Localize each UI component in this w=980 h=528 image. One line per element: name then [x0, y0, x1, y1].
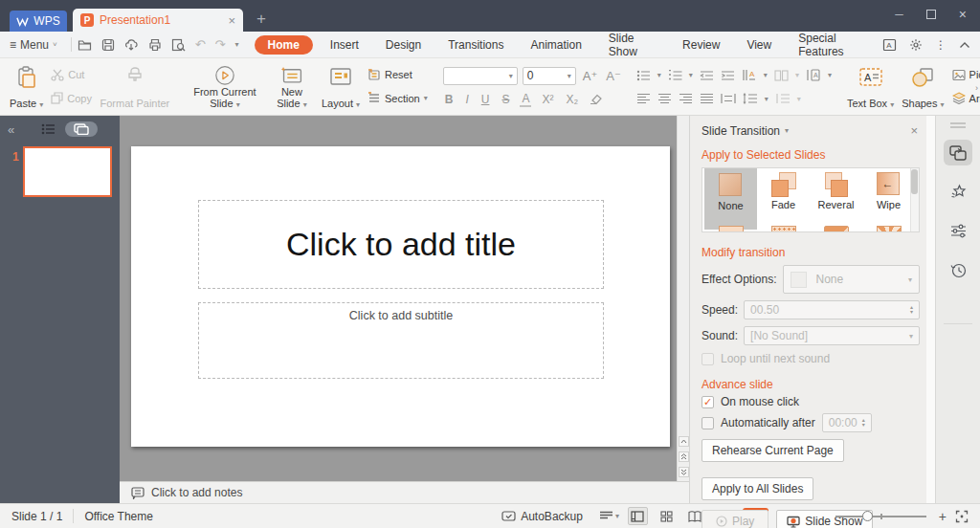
maximize-button[interactable] — [926, 10, 936, 19]
text-direction-dropdown-icon[interactable]: ▾ — [764, 71, 768, 79]
panel-title-dropdown-icon[interactable]: ▾ — [785, 126, 789, 135]
transition-reveral[interactable]: Reveral — [810, 168, 862, 230]
align-right-icon[interactable] — [679, 93, 693, 104]
redo-icon[interactable]: ↷ — [215, 37, 226, 52]
gallery-scrollbar[interactable] — [910, 168, 919, 231]
find-document-icon[interactable] — [171, 38, 186, 52]
underline-button[interactable]: U — [479, 93, 492, 106]
on-mouse-click-checkbox[interactable]: ✓ — [702, 396, 714, 408]
zoom-slider[interactable] — [835, 510, 926, 523]
wps-home-button[interactable]: WPS — [10, 11, 67, 32]
next-slide-button[interactable] — [679, 467, 689, 477]
panel-scrollbar[interactable] — [926, 116, 935, 503]
subtitle-placeholder[interactable]: Click to add subtitle — [198, 302, 604, 379]
tab-insert[interactable]: Insert — [317, 35, 372, 55]
from-current-slide-button[interactable]: From Current Slide ▾ — [184, 60, 266, 113]
apply-to-all-slides-button[interactable]: Apply to All Slides — [702, 477, 813, 500]
automatically-after-checkbox[interactable] — [702, 417, 714, 429]
transition-wipe[interactable]: ← Wipe — [862, 168, 915, 230]
increase-indent-icon[interactable] — [721, 70, 735, 81]
close-window-button[interactable]: × — [959, 7, 967, 22]
panel-title[interactable]: Slide Transition — [702, 124, 780, 138]
normal-view-button[interactable] — [628, 507, 648, 525]
decrease-indent-icon[interactable] — [700, 70, 714, 81]
bullet-list-dropdown-icon[interactable]: ▾ — [657, 71, 661, 79]
superscript-button[interactable]: X² — [540, 93, 555, 106]
font-color-button[interactable]: A — [520, 92, 531, 107]
line-spacing-dropdown-icon[interactable]: ▾ — [765, 95, 768, 103]
settings-gear-icon[interactable] — [909, 38, 923, 52]
speed-spin-arrows[interactable]: ▴▾ — [910, 305, 913, 315]
transition-none[interactable]: None — [704, 168, 757, 230]
title-placeholder[interactable]: Click to add title — [198, 200, 604, 289]
font-size-select[interactable]: 0 ▾ — [523, 67, 576, 85]
undo-icon[interactable]: ↶ — [195, 37, 206, 52]
line-spacing-icon[interactable] — [743, 93, 758, 104]
format-painter-button[interactable]: Format Painter — [96, 60, 174, 113]
zoom-in-button[interactable]: + — [939, 509, 947, 524]
panel-drag-handle[interactable] — [950, 122, 966, 128]
transition-dissolve[interactable] — [757, 222, 810, 232]
transition-box[interactable] — [704, 222, 757, 232]
tab-close-icon[interactable]: × — [228, 13, 235, 28]
speed-spinner[interactable]: 00.50 ▴▾ — [744, 300, 920, 319]
reset-button[interactable]: Reset — [364, 67, 432, 83]
subscript-button[interactable]: X₂ — [564, 93, 580, 106]
collapse-panel-button[interactable]: « — [8, 122, 14, 137]
align-text-vertical-icon[interactable] — [775, 93, 791, 104]
tab-review[interactable]: Review — [669, 35, 733, 55]
new-slide-button[interactable]: New Slide ▾ — [266, 60, 318, 113]
scroll-up-button[interactable] — [679, 436, 689, 447]
fit-to-window-icon[interactable] — [955, 510, 969, 523]
panel-close-icon[interactable]: × — [910, 123, 918, 138]
rehearse-button[interactable]: Rehearse Current Page — [702, 439, 844, 462]
numbered-list-dropdown-icon[interactable]: ▾ — [689, 71, 693, 79]
vertical-text-icon[interactable]: A — [806, 69, 821, 81]
align-text-dropdown-icon[interactable]: ▾ — [797, 95, 801, 103]
save-icon[interactable] — [101, 38, 115, 52]
autobackup-status[interactable]: AutoBackup — [501, 510, 583, 523]
outline-view-icon[interactable] — [41, 123, 56, 135]
layout-button[interactable]: Layout ▾ — [318, 60, 364, 113]
minimize-button[interactable]: ─ — [895, 8, 903, 21]
transition-wheel[interactable] — [862, 222, 915, 232]
copy-button[interactable]: Copy — [47, 90, 96, 106]
tab-transitions[interactable]: Transitions — [434, 35, 517, 55]
text-direction-icon[interactable]: A — [742, 69, 757, 81]
clear-format-icon[interactable] — [589, 94, 602, 105]
open-file-icon[interactable] — [78, 38, 92, 52]
distribute-text-icon[interactable] — [721, 93, 736, 104]
notes-toggle-button[interactable]: ▾ — [599, 511, 619, 521]
tab-animation[interactable]: Animation — [517, 35, 594, 55]
picture-button[interactable]: Picture — [948, 67, 980, 83]
justify-icon[interactable] — [700, 93, 714, 104]
strikethrough-button[interactable]: S — [500, 93, 511, 106]
more-options-icon[interactable]: ⋮ — [935, 38, 947, 52]
print-icon[interactable] — [148, 38, 162, 52]
sound-select[interactable]: [No Sound] ▾ — [744, 326, 920, 345]
vertical-scrollbar[interactable] — [677, 116, 689, 481]
paste-button[interactable]: Paste ▾ — [6, 60, 47, 113]
object-properties-button[interactable] — [944, 218, 972, 244]
slide-view-toggle[interactable] — [65, 121, 98, 137]
numbered-list-icon[interactable] — [668, 70, 682, 81]
ribbon-expand-icon[interactable]: › — [975, 83, 978, 93]
zoom-slider-knob[interactable] — [862, 511, 873, 521]
animation-pane-button[interactable] — [944, 179, 972, 205]
notes-bar[interactable]: Click to add notes — [120, 481, 689, 503]
columns-icon[interactable] — [774, 70, 789, 81]
align-center-icon[interactable] — [657, 93, 672, 104]
theme-name[interactable]: Office Theme — [84, 510, 153, 523]
bullet-list-icon[interactable] — [636, 70, 651, 81]
transition-shape[interactable] — [810, 222, 862, 232]
tab-special-features[interactable]: Special Features — [785, 29, 882, 61]
text-box-button[interactable]: A Text Box ▾ — [843, 60, 898, 113]
align-left-icon[interactable] — [636, 93, 651, 104]
history-pane-button[interactable] — [944, 257, 972, 283]
new-tab-button[interactable]: + — [256, 10, 266, 29]
slide-indicator[interactable]: Slide 1 / 1 — [11, 510, 62, 523]
transition-pane-button[interactable] — [944, 140, 972, 165]
play-button[interactable]: Play — [702, 510, 768, 528]
ink-equation-icon[interactable]: A — [882, 38, 897, 52]
font-name-select[interactable]: ▾ — [443, 67, 518, 85]
